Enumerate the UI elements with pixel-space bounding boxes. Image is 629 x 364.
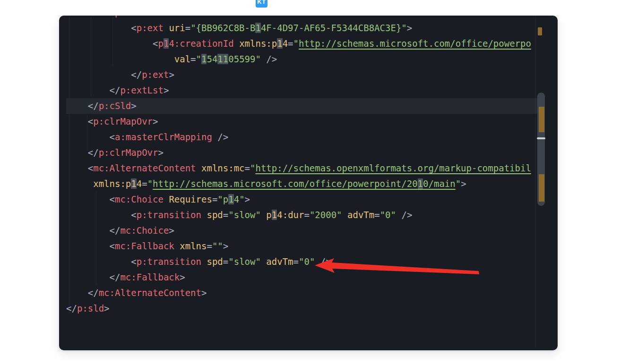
code-token: 4:creationId (169, 38, 233, 49)
code-token: mc:Fallback (120, 272, 180, 282)
code-token: > (201, 288, 207, 298)
code-token: < (131, 256, 136, 267)
code-token: > (158, 147, 164, 158)
code-line[interactable]: <p:transition spd="slow" advTm="0" /> (66, 254, 545, 270)
code-line[interactable]: </mc:AlternateContent> (66, 285, 545, 301)
occurrence-highlight: 1 (277, 38, 282, 49)
code-line[interactable]: <p:ext uri="{BB962C8B-B14F-4D97-AF65-F53… (66, 20, 545, 36)
code-token: </ (88, 101, 99, 111)
code-token: xmlns:p (93, 178, 131, 189)
code-token (201, 256, 207, 267)
code-token: val (174, 54, 190, 64)
code-token: < (88, 163, 93, 173)
code-line[interactable]: <p14:creationId xmlns:p14="http://schema… (66, 36, 545, 51)
code-token: < (110, 16, 115, 17)
code-token: < (131, 210, 136, 220)
code-token: /> (266, 54, 277, 64)
code-token: < (110, 241, 115, 251)
code-token: < (153, 38, 158, 49)
occurrence-highlight: 1 (131, 178, 136, 189)
code-token: advTm (266, 256, 293, 267)
code-token: Requires (169, 194, 212, 204)
code-token: = (212, 194, 217, 204)
code-token: = (288, 38, 293, 49)
code-token: "slow" (228, 256, 261, 267)
code-line[interactable]: </mc:Choice> (66, 223, 545, 238)
code-token: "0" (380, 210, 396, 220)
code-token: p:transition (137, 210, 201, 220)
code-line[interactable]: <mc:Choice Requires="p14"> (66, 192, 545, 207)
code-token: xmlns:mc (201, 163, 245, 173)
code-token: 4 (137, 178, 142, 189)
code-token: "slow" (228, 210, 261, 220)
code-token (261, 210, 266, 220)
code-token (212, 132, 217, 142)
code-line[interactable]: </mc:Fallback> (66, 270, 545, 285)
code-token: </ (131, 69, 142, 80)
code-token: > (180, 272, 185, 282)
code-token (196, 163, 201, 173)
code-token: p:clrMapOvr (93, 116, 153, 127)
code-token: > (223, 241, 228, 251)
code-token: " (147, 178, 153, 189)
occurrence-highlight: 1 (164, 38, 169, 49)
code-line[interactable]: val="1541105599" /> (66, 51, 545, 67)
code-line[interactable]: xmlns:p14="http://schemas.microsoft.com/… (66, 176, 545, 192)
code-token: p (158, 38, 163, 49)
code-token: " (250, 163, 255, 173)
code-token: "{BB962C8B-B (190, 23, 255, 33)
code-token: mc:AlternateContent (93, 163, 196, 173)
code-token (164, 194, 169, 204)
code-token: "0" (299, 256, 315, 267)
occurrence-highlight: 1 (272, 210, 277, 220)
code-line[interactable]: </p:ext> (66, 67, 545, 83)
code-token: a:masterClrMapping (115, 132, 212, 142)
code-token: < (110, 194, 115, 204)
code-token: > (153, 116, 158, 127)
code-token (234, 38, 239, 49)
code-token: " (196, 54, 201, 64)
code-token: p:extLst (115, 16, 158, 17)
code-token: > (169, 225, 174, 236)
code-token: < (88, 116, 93, 127)
code-token (174, 241, 180, 251)
code-token: = (374, 210, 379, 220)
code-token: > (131, 101, 136, 111)
code-token (261, 256, 266, 267)
code-token: "2000" (310, 210, 342, 220)
code-line[interactable]: <mc:AlternateContent xmlns:mc="http://sc… (66, 161, 545, 176)
code-token: xmlns:p (239, 38, 277, 49)
code-token: </ (110, 85, 121, 95)
code-line[interactable]: <p:clrMapOvr> (66, 114, 545, 129)
code-token: > (169, 69, 174, 80)
code-token: = (190, 54, 196, 64)
code-token: " (293, 38, 299, 49)
code-token: p:ext (137, 23, 164, 33)
code-token: " (255, 54, 260, 64)
code-token: http://schemas.microsoft.com/office/powe… (299, 38, 531, 49)
code-line[interactable]: </p:extLst> (66, 83, 545, 98)
code-token: = (245, 163, 250, 173)
code-line[interactable]: </p:sld> (66, 301, 545, 316)
code-line[interactable]: <mc:Fallback xmlns=""> (66, 238, 545, 254)
code-token: < (110, 132, 115, 142)
code-line[interactable]: <a:masterClrMapping /> (66, 129, 545, 145)
code-token: </ (110, 225, 121, 236)
code-token: p:ext (142, 69, 169, 80)
code-token: p:transition (137, 256, 201, 267)
code-token: 4 (283, 38, 288, 49)
code-token: http://schemas.openxmlformats.org/markup… (255, 163, 531, 173)
code-token (201, 210, 207, 220)
code-token: < (131, 23, 136, 33)
code-token: p:extLst (120, 85, 164, 95)
code-line[interactable]: <p:transition spd="slow" p14:dur="2000" … (66, 207, 545, 223)
code-area[interactable]: <p:extLst> <p:ext uri="{BB962C8B-B14F-4D… (66, 16, 545, 316)
code-token: /> (320, 256, 331, 267)
code-token: /> (401, 210, 412, 220)
code-token: p:sld (77, 303, 104, 313)
code-line[interactable]: <p:extLst> (66, 16, 545, 20)
code-line[interactable]: </p:clrMapOvr> (66, 145, 545, 161)
code-line-current[interactable]: </p:cSld> (66, 98, 545, 114)
code-token: 4" (234, 194, 245, 204)
code-token: p:cSld (99, 101, 131, 111)
